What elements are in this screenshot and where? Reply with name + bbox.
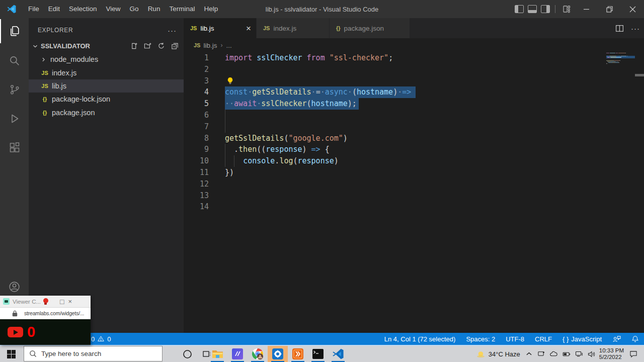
code-line-5: ··await·sslChecker(hostname); [225, 98, 357, 110]
battery-icon[interactable] [562, 351, 571, 357]
eol-sequence[interactable]: CRLF [535, 335, 552, 343]
menu-run[interactable]: Run [143, 0, 165, 18]
explorer-panel-title: EXPLORER [38, 27, 73, 34]
scrollbar-thumb[interactable] [635, 74, 644, 76]
file-tree-item-index.js[interactable]: JSindex.js [29, 66, 184, 79]
explorer-section-header[interactable]: SSLVALIDATOR [29, 39, 184, 53]
taskbar-app-xampp[interactable] [288, 346, 308, 362]
indent-guide [225, 144, 225, 167]
taskbar-app-chrome[interactable] [248, 346, 268, 362]
editor-more-actions-icon[interactable]: ··· [631, 24, 640, 33]
weather-text[interactable]: 34°C Haze [489, 350, 520, 358]
breadcrumb[interactable]: JS lib.js › ... [184, 38, 644, 52]
token: response [298, 156, 334, 165]
taskbar-app-file-explorer[interactable] [207, 346, 227, 362]
menu-go[interactable]: Go [125, 0, 143, 18]
tab-index.js[interactable]: JSindex.js [257, 18, 330, 38]
folder-label: node_modules [50, 55, 98, 63]
overlay-address-bar[interactable]: streamlabs.com/widgets/... [0, 308, 91, 319]
close-tab-icon[interactable]: × [239, 24, 251, 33]
toggle-secondary-sidebar-icon[interactable] [541, 5, 550, 13]
feedback-icon[interactable] [612, 335, 621, 343]
overlay-maximize-button[interactable]: □ [60, 298, 64, 306]
file-tree-item-package.json[interactable]: {}package.json [29, 106, 184, 119]
minimap-line [616, 53, 618, 53]
token: then [238, 145, 257, 154]
tab-lib.js[interactable]: JSlib.js× [184, 18, 257, 38]
errors-count[interactable]: 0 [91, 335, 95, 343]
split-editor-icon[interactable] [615, 24, 624, 33]
menu-bar: FileEditSelectionViewGoRunTerminalHelp [24, 0, 222, 18]
hidden-icons-chevron[interactable] [526, 351, 532, 356]
indent-guide [225, 110, 225, 133]
activity-source-control-icon[interactable] [0, 76, 29, 103]
minimap-line [626, 56, 626, 56]
overlay-title-bar[interactable]: Viewer C... □ × [0, 296, 91, 308]
refresh-icon[interactable] [157, 42, 165, 50]
activity-explorer-icon[interactable] [0, 18, 29, 44]
menu-file[interactable]: File [24, 0, 44, 18]
collapse-folders-icon[interactable] [171, 42, 179, 50]
code-line-11: }) [225, 167, 234, 178]
new-file-icon[interactable] [130, 42, 138, 50]
token: ) [334, 156, 339, 165]
taskbar-app-vscode[interactable] [328, 346, 348, 362]
cursor-position[interactable]: Ln 4, Col 1 (72 selected) [384, 335, 456, 343]
notifications-bell-icon[interactable] [631, 335, 639, 343]
activity-search-icon[interactable] [0, 47, 29, 73]
activity-run-debug-icon[interactable] [0, 106, 29, 132]
start-button[interactable] [7, 350, 16, 358]
action-center-icon[interactable] [629, 350, 637, 357]
line-number: 11 [184, 167, 209, 178]
js-file-icon: JS [40, 83, 49, 89]
activity-extensions-icon[interactable] [0, 135, 29, 161]
breadcrumb-more[interactable]: ... [226, 42, 231, 49]
taskbar-search-input[interactable]: Type here to search [24, 346, 163, 361]
customize-layout-icon[interactable] [562, 5, 571, 13]
device-icon[interactable] [537, 351, 545, 357]
code-editor[interactable]: 1234567891011121314 import sslChecker fr… [184, 52, 644, 333]
js-file-icon: JS [40, 70, 49, 76]
indentation[interactable]: Spaces: 2 [466, 335, 495, 343]
onedrive-cloud-icon[interactable] [549, 351, 558, 357]
menu-help[interactable]: Help [199, 0, 222, 18]
minimap-line [625, 53, 626, 53]
new-folder-icon[interactable] [144, 42, 151, 50]
volume-icon[interactable] [588, 351, 596, 357]
menu-terminal[interactable]: Terminal [165, 0, 199, 18]
tab-package.json[interactable]: {}package.json [330, 18, 410, 38]
overlay-url[interactable]: streamlabs.com/widgets/... [24, 310, 84, 316]
breadcrumb-file[interactable]: lib.js [203, 42, 217, 49]
lightbulb-icon[interactable] [226, 77, 234, 85]
weather-icon[interactable] [476, 350, 486, 358]
clock-time[interactable]: 10:33 PM [599, 347, 624, 354]
overlay-window-title: Viewer C... [13, 299, 41, 305]
taskbar-app-streamlabs-obs[interactable] [268, 346, 288, 362]
token: from [307, 53, 325, 62]
overlay-close-button[interactable]: × [68, 298, 72, 305]
menu-selection[interactable]: Selection [64, 0, 102, 18]
file-tree-item-package-lock.json[interactable]: {}package-lock.json [29, 93, 184, 106]
toggle-panel-icon[interactable] [528, 5, 537, 13]
menu-edit[interactable]: Edit [44, 0, 64, 18]
network-icon[interactable] [575, 351, 583, 357]
file-tree-item-node_modules[interactable]: node_modules [29, 53, 184, 66]
clock-date[interactable]: 5/2/2022 [599, 354, 624, 360]
cortana-button[interactable] [177, 346, 197, 362]
language-mode[interactable]: { }JavaScript [562, 335, 602, 343]
warnings-icon[interactable] [97, 335, 105, 342]
youtube-icon [8, 327, 23, 337]
explorer-more-icon[interactable]: ··· [168, 26, 177, 35]
encoding[interactable]: UTF-8 [506, 335, 524, 343]
toggle-sidebar-icon[interactable] [515, 5, 524, 13]
token [325, 53, 330, 62]
menu-view[interactable]: View [102, 0, 125, 18]
warnings-count[interactable]: 0 [107, 335, 111, 343]
taskbar-app-mail-app[interactable] [227, 346, 248, 362]
file-tree-item-lib.js[interactable]: JSlib.js [29, 79, 184, 93]
minimize-button[interactable] [575, 0, 598, 18]
code-line-9: .then((response) => { [225, 144, 330, 155]
close-button[interactable] [621, 0, 644, 18]
restore-button[interactable] [598, 0, 621, 18]
taskbar-app-command-prompt[interactable] [308, 346, 328, 362]
